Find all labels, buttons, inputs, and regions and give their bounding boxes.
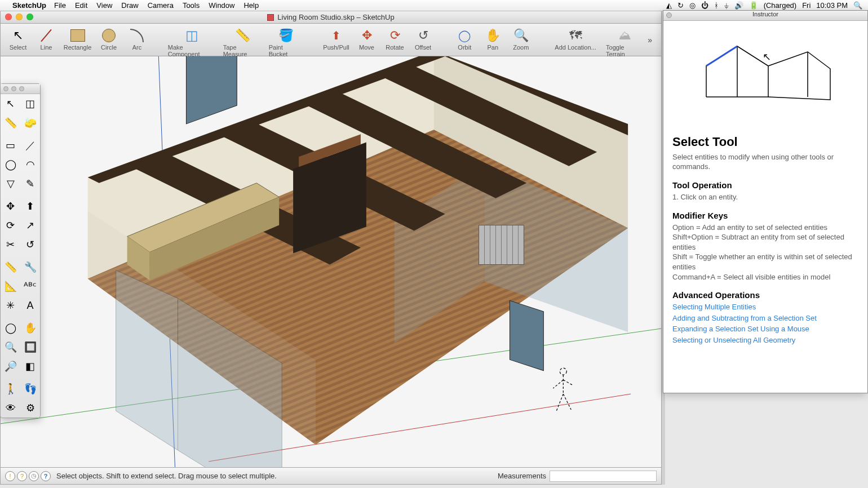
- tool-label: Zoom: [513, 44, 529, 51]
- tool-rotate[interactable]: Rotate: [381, 26, 409, 51]
- menu-file[interactable]: File: [54, 1, 66, 10]
- window-titlebar[interactable]: Living Room Studio.skp – SketchUp: [1, 11, 661, 24]
- window-zoom-button[interactable]: [26, 14, 33, 20]
- spotlight-icon[interactable]: 🔍: [853, 1, 862, 10]
- tool-label: Rectangle: [64, 44, 92, 51]
- menu-window[interactable]: Window: [209, 1, 234, 10]
- tool-zoom[interactable]: Zoom: [507, 26, 535, 51]
- palette-zoom-icon[interactable]: [19, 86, 24, 91]
- palette-tool[interactable]: ✎: [20, 174, 40, 193]
- palette-close-icon[interactable]: [3, 86, 8, 91]
- instructor-close-icon[interactable]: [666, 12, 672, 18]
- volume-icon[interactable]: 🔊: [734, 1, 743, 10]
- palette-tool[interactable]: ⬆: [20, 197, 40, 216]
- app-name[interactable]: SketchUp: [12, 1, 46, 10]
- tool-toggle-terrain[interactable]: Toggle Terrain: [603, 26, 648, 57]
- spiral-icon[interactable]: ◎: [689, 1, 696, 10]
- tool-arc[interactable]: Arc: [123, 26, 151, 51]
- menu-camera[interactable]: Camera: [148, 1, 174, 10]
- palette-tool[interactable]: ◠: [20, 155, 40, 174]
- palette-tool[interactable]: ▭: [1, 136, 20, 155]
- palette-tool[interactable]: ◯: [1, 155, 20, 174]
- viewport-canvas[interactable]: [1, 56, 661, 467]
- status-icon-2[interactable]: ?: [17, 471, 27, 481]
- tool-palette[interactable]: ↖◫📏🧽▭／◯◠▽✎✥⬆⟳↗✂↺📏🔧📐ᴬᴮᶜ✳A◯✋🔍🔲🔎◧🚶👣👁⚙: [0, 83, 41, 418]
- tool-circle[interactable]: Circle: [95, 26, 123, 51]
- palette-tool[interactable]: 📐: [1, 277, 20, 296]
- menu-view[interactable]: View: [96, 1, 112, 10]
- tool-pan[interactable]: Pan: [479, 26, 507, 51]
- palette-tool[interactable]: ◧: [20, 357, 40, 376]
- palette-tool[interactable]: 📏: [1, 113, 20, 132]
- tool-operation-heading: Tool Operation: [672, 180, 858, 191]
- tool-label: Rotate: [386, 44, 404, 51]
- advanced-op-link[interactable]: Selecting Multiple Entities: [672, 302, 858, 312]
- instructor-panel: Instructor ↖ Select Tool Select entities…: [663, 10, 868, 393]
- palette-tool[interactable]: ᴬᴮᶜ: [20, 277, 40, 296]
- palette-tool[interactable]: 👁: [1, 398, 20, 418]
- menu-help[interactable]: Help: [243, 1, 259, 10]
- palette-tool[interactable]: 📏: [1, 258, 20, 277]
- palette-tool[interactable]: ✳: [1, 296, 20, 315]
- palette-tool[interactable]: ▽: [1, 174, 20, 193]
- palette-tool[interactable]: A: [20, 296, 40, 315]
- tool-make-component[interactable]: Make Component: [165, 26, 220, 57]
- palette-tool[interactable]: 🔍: [1, 338, 20, 357]
- palette-tool[interactable]: ／: [20, 136, 40, 155]
- instructor-titlebar[interactable]: Instructor: [663, 11, 867, 21]
- palette-tool[interactable]: 🚶: [1, 379, 20, 398]
- palette-tool[interactable]: ✥: [1, 197, 20, 216]
- window-minimize-button[interactable]: [16, 14, 23, 20]
- palette-tool[interactable]: ◫: [20, 94, 40, 113]
- advanced-op-link[interactable]: Selecting or Unselecting All Geometry: [672, 335, 858, 345]
- tool-offset[interactable]: Offset: [409, 26, 437, 51]
- tool-select[interactable]: Select: [4, 26, 32, 51]
- model-viewport[interactable]: [1, 56, 661, 467]
- tool-line[interactable]: Line: [32, 26, 60, 51]
- tool-rectangle[interactable]: Rectangle: [60, 26, 95, 51]
- bluetooth-icon[interactable]: ᚼ: [714, 1, 719, 10]
- svg-rect-18: [186, 56, 237, 124]
- status-icon-1[interactable]: !: [5, 471, 15, 481]
- palette-tool[interactable]: 🔎: [1, 357, 20, 376]
- palette-tool[interactable]: ↗: [20, 216, 40, 235]
- tool-push-pull[interactable]: Push/Pull: [320, 26, 353, 51]
- palette-tool[interactable]: ⚙: [20, 398, 40, 418]
- measurements-input[interactable]: [550, 471, 657, 482]
- battery-icon[interactable]: 🔋: [749, 1, 758, 10]
- palette-titlebar[interactable]: [1, 84, 40, 94]
- menu-tools[interactable]: Tools: [183, 1, 200, 10]
- palette-tool[interactable]: 👣: [20, 379, 40, 398]
- palette-min-icon[interactable]: [11, 86, 16, 91]
- gdrive-icon[interactable]: ◭: [666, 1, 672, 10]
- palette-tool[interactable]: 🔲: [20, 338, 40, 357]
- tool-paint-bucket[interactable]: Paint Bucket: [265, 26, 307, 57]
- window-close-button[interactable]: [5, 14, 12, 20]
- tool-operation-line: 1. Click on an entity.: [672, 192, 858, 202]
- palette-tool[interactable]: ↺: [20, 235, 40, 254]
- palette-tool[interactable]: 🧽: [20, 113, 40, 132]
- menu-edit[interactable]: Edit: [75, 1, 87, 10]
- advanced-op-link[interactable]: Adding and Subtracting from a Selection …: [672, 313, 858, 323]
- help-icon[interactable]: ?: [41, 471, 51, 481]
- toolbar-overflow-icon[interactable]: »: [648, 36, 658, 45]
- tool-move[interactable]: Move: [353, 26, 381, 51]
- palette-tool[interactable]: ✋: [20, 318, 40, 338]
- tool-tape-measure[interactable]: Tape Measure: [220, 26, 265, 57]
- tool-label: Arc: [132, 44, 142, 51]
- palette-tool[interactable]: 🔧: [20, 258, 40, 277]
- tool-add-location[interactable]: Add Location...: [548, 26, 603, 51]
- tool-orbit[interactable]: Orbit: [450, 26, 479, 51]
- palette-tool[interactable]: ⟳: [1, 216, 20, 235]
- palette-tool[interactable]: ◯: [1, 318, 20, 338]
- sync-icon[interactable]: ↻: [677, 1, 684, 10]
- palette-tool[interactable]: ↖: [1, 94, 20, 113]
- power-icon[interactable]: ⏻: [701, 1, 708, 10]
- status-icon-3[interactable]: ◷: [29, 471, 39, 481]
- advanced-op-link[interactable]: Expanding a Selection Set Using a Mouse: [672, 324, 858, 334]
- instructor-title: Instructor: [752, 11, 778, 17]
- palette-tool[interactable]: ✂: [1, 235, 20, 254]
- wifi-icon[interactable]: ⏚: [724, 1, 729, 10]
- menu-draw[interactable]: Draw: [121, 1, 138, 10]
- instructor-heading: Select Tool: [672, 134, 858, 150]
